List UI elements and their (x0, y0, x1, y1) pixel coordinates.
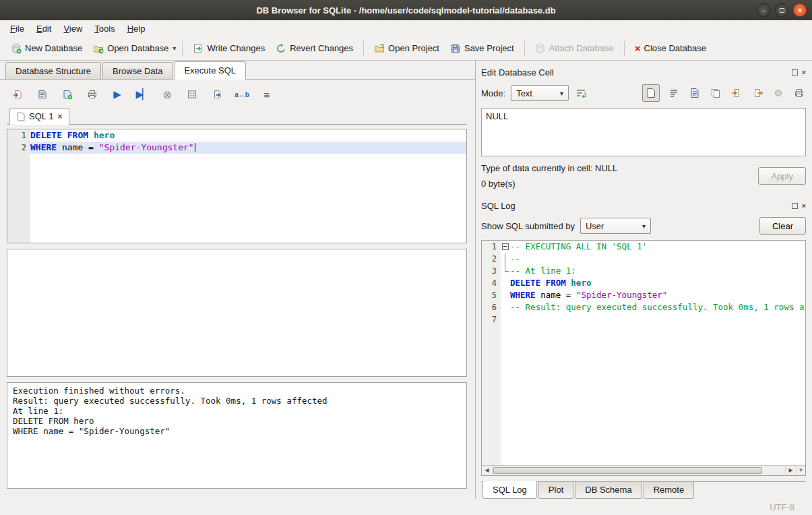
submitted-by-select[interactable]: User ▾ (580, 218, 651, 234)
status-bar: UTF-8 (0, 499, 812, 515)
splitter-handle[interactable] (7, 377, 467, 382)
close-panel-icon[interactable]: × (802, 202, 806, 209)
import-data-icon (731, 88, 742, 98)
menu-view[interactable]: View (57, 22, 88, 36)
cell-word-wrap-button[interactable] (574, 86, 588, 100)
save-sql-file-as-button[interactable] (61, 88, 74, 101)
execute-sql-button[interactable]: ▶ (111, 88, 124, 101)
cell-mode-select[interactable]: Text ▾ (511, 85, 569, 101)
open-database-dropdown-icon[interactable]: ▾ (171, 42, 177, 55)
code-line: 1-- EXECUTING ALL IN 'SQL 1' (482, 241, 805, 253)
open-project-icon (374, 43, 385, 54)
dock-tab-remote[interactable]: Remote (644, 482, 695, 499)
dock-tab-sql-log[interactable]: SQL Log (482, 481, 537, 499)
sql-editor-lines: 1DELETE FROM hero2WHERE name = "Spider-Y… (7, 129, 466, 154)
dock-tab-db-schema[interactable]: DB Schema (575, 482, 642, 499)
open-database-button[interactable]: Open Database (88, 40, 174, 57)
close-database-icon: × (635, 44, 641, 53)
scrollbar-thumb[interactable] (493, 467, 762, 474)
auto-switch-mode-button[interactable] (667, 86, 681, 100)
close-database-button[interactable]: × Close Database (629, 40, 712, 57)
blue-document-icon (689, 88, 700, 98)
left-pane: Database Structure Browse Data Execute S… (0, 61, 476, 499)
open-in-editor-button[interactable] (688, 86, 701, 100)
mode-label: Mode: (481, 88, 505, 98)
close-panel-icon[interactable]: × (802, 69, 806, 75)
tab-browse-data[interactable]: Browse Data (102, 62, 173, 79)
float-panel-icon[interactable] (792, 69, 798, 75)
right-pane: Edit Database Cell × Mode: Text ▾ (476, 61, 812, 499)
copy-cell-button[interactable] (709, 86, 722, 100)
copy-icon (710, 88, 721, 98)
window-controls: – × (757, 3, 807, 17)
splitter-handle[interactable] (7, 243, 467, 249)
sql-log-filter-row: Show SQL submitted by User ▾ Clear (481, 217, 806, 235)
sql-document-tab[interactable]: SQL 1 × (9, 108, 69, 125)
dock-tab-plot[interactable]: Plot (538, 482, 573, 499)
submitted-by-value: User (586, 221, 634, 231)
close-tab-icon[interactable]: × (57, 112, 62, 121)
new-database-button[interactable]: New Database (5, 40, 88, 57)
close-button[interactable]: × (793, 3, 807, 17)
fold-guide (501, 253, 510, 265)
sql-log-panel-header: SQL Log × (481, 198, 806, 213)
save-project-button[interactable]: Save Project (445, 40, 520, 57)
sql-editor[interactable]: 1DELETE FROM hero2WHERE name = "Spider-Y… (7, 129, 467, 243)
format-sql-button[interactable]: ≡ (260, 88, 274, 101)
stop-execution-button[interactable]: ⊗ (160, 88, 174, 101)
horizontal-scrollbar[interactable]: ◀ ▶ ▼ (482, 465, 805, 475)
set-null-button[interactable] (772, 86, 785, 100)
scroll-down-icon[interactable]: ▼ (796, 466, 805, 475)
find-replace-button[interactable]: a↔b (235, 88, 249, 101)
menu-file[interactable]: File (4, 22, 30, 36)
maximize-button[interactable] (775, 3, 788, 17)
save-sql-file-button[interactable] (36, 88, 49, 101)
code-line: 4DELETE FROM hero (482, 277, 805, 289)
scroll-left-icon[interactable]: ◀ (482, 466, 493, 475)
cell-value-editor[interactable]: NULL (481, 108, 806, 156)
export-cell-data-button[interactable] (751, 86, 764, 100)
cell-mode-row: Mode: Text ▾ (481, 82, 806, 104)
cell-value: NULL (486, 111, 508, 121)
maximize-icon (780, 8, 784, 13)
sql-log-lines: 1-- EXECUTING ALL IN 'SQL 1'2--3-- At li… (482, 241, 805, 465)
edit-cell-panel-title: Edit Database Cell (481, 67, 554, 78)
scrollbar-track[interactable] (493, 466, 785, 475)
tab-database-structure[interactable]: Database Structure (5, 62, 101, 79)
scroll-right-icon[interactable]: ▶ (785, 466, 796, 475)
main-toolbar: New Database Open Database ▾ Write Chang… (0, 36, 812, 61)
export-results-csv-button[interactable] (185, 88, 199, 101)
export-results-sql-button[interactable] (210, 88, 224, 101)
write-changes-button[interactable]: Write Changes (187, 40, 270, 57)
code-line: 6-- Result: query executed successfully.… (482, 301, 805, 313)
open-sql-file-button[interactable] (11, 88, 24, 101)
results-grid[interactable] (7, 249, 467, 377)
cell-info-row: Type of data currently in cell: NULL 0 b… (481, 163, 806, 189)
import-cell-data-button[interactable] (730, 86, 743, 100)
view-as-text-button[interactable] (642, 84, 660, 102)
menu-edit[interactable]: Edit (30, 22, 57, 36)
combo-arrow-icon: ▾ (642, 222, 646, 230)
print-cell-button[interactable] (792, 86, 806, 100)
sql-log-view[interactable]: 1-- EXECUTING ALL IN 'SQL 1'2--3-- At li… (481, 240, 806, 476)
execution-output[interactable]: Execution finished without errors. Resul… (7, 382, 467, 489)
float-panel-icon[interactable] (792, 203, 798, 209)
code-line: 5WHERE name = "Spider-Youngster" (482, 289, 805, 301)
attach-database-button: Attach Database (530, 40, 619, 57)
sql-document-tab-bar: SQL 1 × (7, 105, 467, 125)
menu-help[interactable]: Help (121, 22, 152, 36)
open-project-button[interactable]: Open Project (369, 40, 445, 57)
print-icon (794, 88, 805, 98)
print-sql-button[interactable] (86, 88, 99, 101)
apply-button[interactable]: Apply (758, 167, 806, 185)
menu-tools[interactable]: Tools (88, 22, 121, 36)
clear-log-button[interactable]: Clear (759, 217, 806, 235)
fold-marker-icon[interactable] (501, 241, 510, 253)
execute-current-line-button[interactable]: ▶▏ (135, 88, 149, 101)
revert-changes-button[interactable]: Revert Changes (270, 40, 358, 57)
tab-execute-sql[interactable]: Execute SQL (174, 61, 246, 80)
text-document-icon (646, 88, 656, 98)
minimize-button[interactable]: – (757, 3, 770, 17)
close-window-icon: × (798, 6, 802, 14)
fold-guide (501, 313, 510, 326)
